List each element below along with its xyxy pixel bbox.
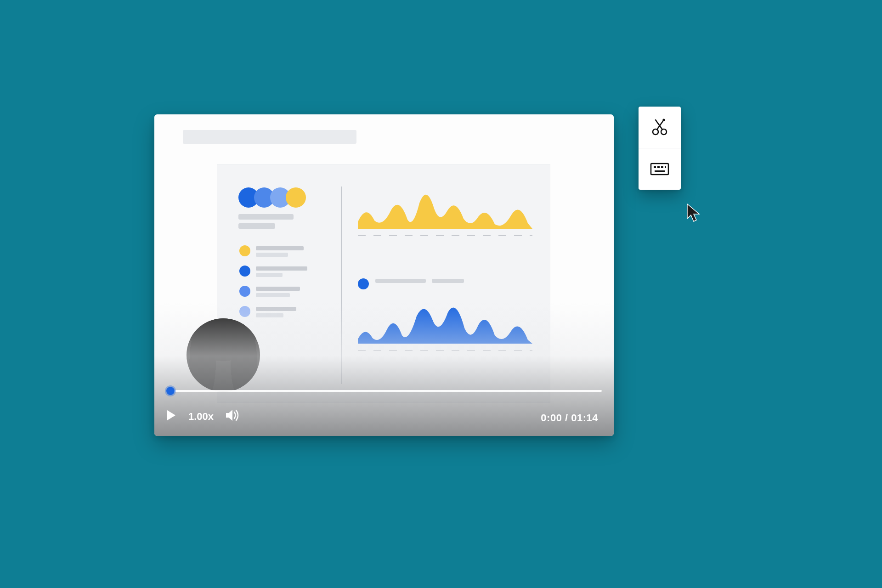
list-item [239,286,250,297]
text-placeholder [375,279,426,283]
chart-legend [358,278,456,289]
video-controls: 1.00x 0:00 / 01:14 [154,376,614,436]
svg-rect-9 [665,166,666,168]
svg-rect-5 [651,164,668,175]
chart-axis [358,350,532,351]
text-placeholder [256,313,283,317]
document-title-placeholder [183,130,356,144]
cursor-icon [685,203,704,223]
bullet-dot [239,286,250,297]
presentation-panel [217,164,550,403]
bullet-dot [239,306,250,317]
text-placeholder [238,214,294,220]
swatch-dot [286,187,306,208]
chart-axis [358,235,532,236]
svg-line-2 [657,120,664,130]
seek-thumb[interactable] [166,387,175,395]
svg-point-0 [653,129,658,135]
time-display: 0:00 / 01:14 [541,412,598,424]
text-placeholder [256,307,296,311]
text-placeholder [256,273,283,277]
color-swatch-row [238,187,306,209]
panel-divider [341,187,342,384]
text-placeholder [238,223,275,229]
video-player-card: 1.00x 0:00 / 01:14 [154,114,614,436]
text-placeholder [256,287,300,291]
sparkline-chart-blue [358,302,532,344]
bullet-dot [239,266,250,277]
svg-rect-6 [654,166,656,168]
svg-point-4 [662,119,665,121]
keyboard-icon [650,162,669,176]
svg-rect-7 [657,166,660,168]
video-tools-panel [639,107,681,190]
trim-button[interactable] [639,107,681,148]
svg-line-3 [656,120,662,130]
text-placeholder [256,246,304,250]
sparkline-chart-yellow [358,187,532,229]
svg-rect-8 [661,166,663,168]
text-placeholder [432,279,464,283]
play-button[interactable] [166,410,176,424]
seek-track[interactable] [166,390,602,392]
bullet-dot [239,245,250,256]
list-item [239,306,250,317]
list-item [239,245,250,256]
text-placeholder [256,293,290,297]
list-item [239,266,250,277]
text-placeholder [256,266,307,271]
scissors-icon [650,118,669,136]
captions-button[interactable] [639,148,681,190]
volume-button[interactable] [226,409,239,424]
text-placeholder [256,253,288,257]
svg-point-1 [661,129,667,135]
legend-dot [358,278,369,289]
playback-speed-button[interactable]: 1.00x [188,411,214,423]
svg-rect-10 [655,170,665,172]
